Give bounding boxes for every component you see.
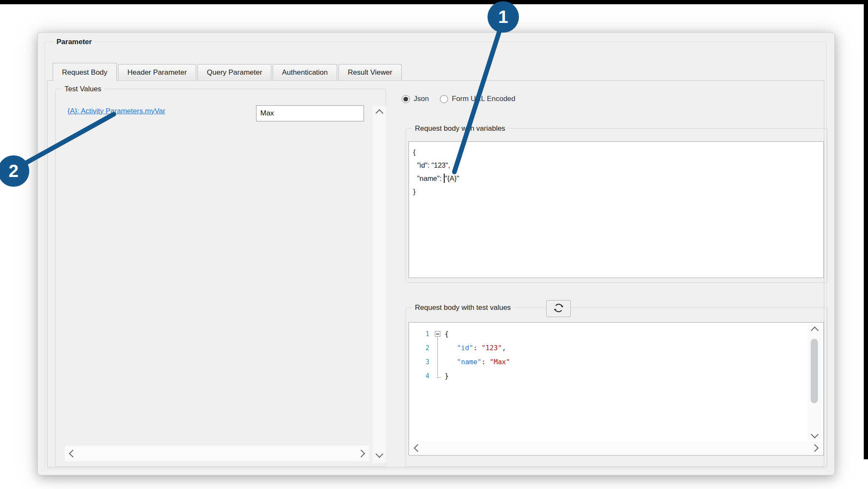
scroll-down-icon[interactable]	[375, 450, 383, 458]
code-lines: 1{2 "id": "123",3 "name": "Max"4}	[409, 327, 806, 383]
radio-button-icon[interactable]	[402, 95, 410, 103]
variable-link[interactable]: {A}: Activity Parameters.myVar	[68, 107, 165, 115]
parameter-group-title: Parameter	[54, 37, 95, 46]
request-body-test-groupbox: Request body with test values 1{2 "id": …	[406, 307, 828, 467]
callout-1-label: 1	[498, 7, 508, 27]
scroll-left-icon[interactable]	[414, 444, 421, 452]
radio-button-icon[interactable]	[440, 95, 448, 103]
parameter-dialog: Parameter Request BodyHeader ParameterQu…	[37, 32, 835, 475]
request-body-test-title: Request body with test values	[412, 303, 514, 312]
tab-header-parameter[interactable]: Header Parameter	[118, 64, 196, 80]
callout-2-badge: 2	[0, 155, 29, 187]
test-values-groupbox: Test Values {A}: Activity Parameters.myV…	[55, 89, 386, 467]
scroll-down-icon[interactable]	[811, 430, 818, 438]
test-values-vertical-scrollbar[interactable]	[372, 106, 386, 463]
callout-2-label: 2	[8, 161, 18, 181]
line-number: 2	[409, 344, 434, 352]
code-text: {	[445, 330, 449, 338]
refresh-icon	[553, 302, 564, 315]
code-line-1: 1{	[409, 327, 806, 341]
scroll-up-icon[interactable]	[375, 109, 383, 117]
fold-guide	[434, 341, 445, 355]
radio-label: Json	[414, 95, 429, 103]
test-value-input[interactable]	[256, 105, 364, 121]
callout-1-badge: 1	[488, 1, 519, 33]
body-format-radios: JsonForm URL Encoded	[402, 95, 516, 103]
radio-form-url-encoded[interactable]: Form URL Encoded	[440, 95, 516, 103]
vertical-scroll-thumb[interactable]	[811, 339, 818, 403]
code-text: }	[445, 372, 449, 380]
line-number: 3	[409, 358, 434, 366]
code-vertical-scrollbar[interactable]	[807, 324, 822, 440]
test-values-horizontal-scrollbar[interactable]	[65, 446, 369, 461]
scroll-right-icon[interactable]	[357, 450, 365, 457]
frame-right-border	[864, 0, 868, 459]
frame-top-border	[0, 0, 868, 4]
fold-collapse-icon[interactable]	[434, 327, 445, 341]
parameter-groupbox: Parameter Request BodyHeader ParameterQu…	[45, 42, 827, 469]
request-body-test-editor[interactable]: 1{2 "id": "123",3 "name": "Max"4}	[409, 322, 824, 455]
code-line-4: 4}	[409, 369, 806, 383]
line-number: 1	[409, 330, 434, 338]
line-number: 4	[409, 372, 434, 380]
fold-guide	[434, 355, 445, 369]
code-line-2: 2 "id": "123",	[409, 341, 806, 355]
code-text: "name": "Max"	[445, 358, 510, 366]
fold-guide	[434, 369, 445, 383]
test-values-title: Test Values	[62, 84, 104, 93]
scroll-up-icon[interactable]	[811, 326, 818, 334]
code-text: "id": "123",	[445, 344, 506, 352]
refresh-button[interactable]	[546, 300, 571, 317]
tab-request-body[interactable]: Request Body	[53, 63, 117, 81]
code-line-3: 3 "name": "Max"	[409, 355, 806, 369]
request-body-variables-text: { "id": "123", "name": "{A}" }	[413, 146, 823, 198]
request-body-variables-groupbox: Request body with variables { "id": "123…	[406, 128, 828, 283]
tab-query-parameter[interactable]: Query Parameter	[197, 64, 271, 80]
radio-json[interactable]: Json	[402, 95, 429, 103]
request-body-variables-title: Request body with variables	[412, 124, 508, 133]
tab-authentication[interactable]: Authentication	[273, 64, 337, 80]
scroll-right-icon[interactable]	[811, 444, 818, 452]
tab-result-viewer[interactable]: Result Viewer	[338, 64, 402, 80]
code-horizontal-scrollbar[interactable]	[410, 441, 823, 454]
screenshot-root: Parameter Request BodyHeader ParameterQu…	[0, 0, 868, 489]
request-body-variables-editor[interactable]: { "id": "123", "name": "{A}" }	[409, 141, 824, 278]
radio-label: Form URL Encoded	[452, 95, 516, 103]
scroll-left-icon[interactable]	[69, 450, 76, 457]
